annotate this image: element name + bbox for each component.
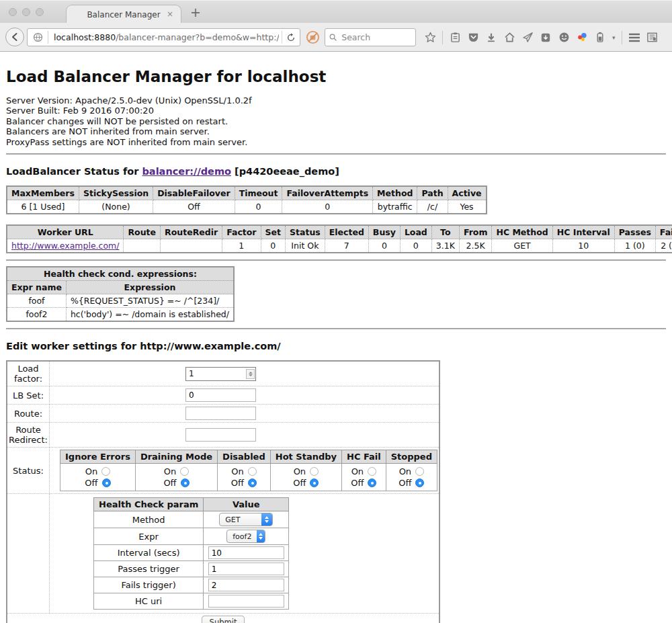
off-label: Off (231, 477, 244, 489)
radio-off-selected[interactable] (310, 479, 319, 487)
save-to-device-icon[interactable] (540, 32, 552, 44)
radio-off-selected[interactable] (181, 479, 190, 487)
server-built-line: Server Built: Feb 9 2016 07:00:20 (6, 106, 666, 116)
worker-url-link[interactable]: http://www.example.com/ (11, 241, 119, 251)
search-input[interactable] (340, 32, 411, 43)
col-load: Load (400, 225, 431, 239)
col-fails: Fails (655, 225, 672, 239)
overflow-caret-icon[interactable]: ▾ (612, 34, 616, 41)
table-row: http://www.example.com/ 1 0 Init Ok 7 0 … (7, 239, 672, 253)
radio-on[interactable] (310, 467, 319, 476)
battery-status-icon[interactable] (594, 32, 606, 44)
url-text[interactable]: localhost:8880/balancer-manager?b=demo&w… (54, 32, 279, 42)
interval-input[interactable] (208, 546, 284, 559)
cell-load: 0 (400, 239, 431, 253)
col-failoverattempts: FailoverAttempts (282, 186, 373, 200)
status-stopped-cell: On Off (386, 464, 437, 491)
method-select[interactable]: GET (219, 513, 273, 526)
pocket-icon[interactable] (467, 32, 479, 44)
reading-list-icon[interactable] (449, 32, 461, 44)
url-bar[interactable]: localhost:8880/balancer-manager?b=demo&w… (27, 28, 300, 46)
fails-input[interactable] (208, 579, 284, 591)
cell-status: Init Ok (286, 239, 325, 253)
toolbar-separator (622, 31, 622, 44)
window-minimize-button[interactable] (22, 8, 30, 16)
col-disablefailover: DisableFailover (153, 186, 235, 200)
hc-uri-label: HC uri (94, 593, 204, 610)
form-row-lb-set: LB Set: (7, 386, 439, 405)
health-row-fails: Fails trigger) (94, 577, 289, 593)
col-elected: Elected (325, 225, 368, 239)
col-passes: Passes (614, 225, 655, 239)
browser-tab-bar: Balancer Manager × + (0, 0, 672, 23)
tab-close-icon[interactable]: × (167, 9, 173, 19)
col-path: Path (417, 186, 448, 200)
bookmark-star-icon[interactable] (424, 32, 436, 44)
browser-tab[interactable]: Balancer Manager × (66, 5, 181, 24)
balancer-link[interactable]: balancer://demo (142, 166, 231, 177)
feedback-smiley-icon[interactable] (558, 32, 570, 44)
load-factor-value: 1 (189, 369, 194, 378)
route-redirect-input[interactable] (185, 428, 256, 442)
window-zoom-button[interactable] (36, 8, 44, 16)
form-row-route: Route: (7, 405, 439, 423)
load-factor-input[interactable]: 1 (185, 367, 256, 381)
home-icon[interactable] (503, 32, 515, 44)
expr-select[interactable]: foof2 (226, 530, 265, 543)
reload-button[interactable] (282, 31, 296, 44)
route-input[interactable] (185, 407, 256, 420)
divider (6, 153, 666, 155)
balancer-heading-suffix: [p4420eeae_demo] (231, 166, 339, 177)
col-timeout: Timeout (235, 186, 282, 200)
on-label: On (294, 466, 306, 477)
sidebar-panel-icon[interactable] (646, 32, 659, 44)
status-ignore-errors-cell: On Off (60, 464, 136, 491)
send-tab-icon[interactable] (521, 32, 534, 44)
health-check-param-table: Health Check param Value Method GET (93, 497, 289, 610)
lb-set-input[interactable] (185, 388, 256, 402)
off-label: Off (351, 477, 364, 489)
radio-on[interactable] (415, 467, 424, 476)
hc-uri-input[interactable] (208, 595, 284, 608)
radio-off-selected[interactable] (102, 479, 111, 487)
cell-expr-name: foof2 (7, 308, 66, 322)
table-row: foof %{REQUEST_STATUS} =~ /^[234]/ (7, 294, 234, 308)
col-factor: Factor (222, 225, 261, 239)
health-row-interval: Interval (secs) (94, 545, 289, 561)
radio-on[interactable] (180, 467, 189, 476)
multi-account-dots-icon[interactable] (576, 32, 588, 44)
new-tab-button[interactable]: + (190, 5, 201, 19)
window-close-button[interactable] (9, 8, 17, 16)
col-busy: Busy (368, 225, 400, 239)
page-title: Load Balancer Manager for localhost (6, 68, 666, 85)
passes-input[interactable] (208, 563, 284, 575)
search-bar[interactable] (325, 28, 416, 46)
menu-hamburger-icon[interactable] (628, 32, 640, 44)
radio-on[interactable] (248, 467, 257, 476)
col-maxmembers: MaxMembers (7, 186, 79, 200)
back-arrow-icon (10, 32, 19, 42)
col-routeredir: RouteRedir (161, 225, 222, 239)
cell-failoverattempts: 0 (282, 200, 373, 214)
method-selected-value: GET (220, 515, 245, 524)
content-blocked-icon[interactable] (306, 30, 320, 44)
cell-timeout: 0 (235, 200, 282, 214)
radio-on[interactable] (368, 467, 376, 476)
back-button[interactable] (5, 28, 24, 46)
worker-status-table: Worker URL Route RouteRedir Factor Set S… (6, 224, 672, 253)
cell-factor: 1 (222, 239, 261, 253)
number-spinner-icon[interactable] (246, 369, 255, 379)
radio-off-selected[interactable] (368, 479, 376, 487)
cell-expr-name: foof (7, 294, 66, 308)
health-expressions-table: Health check cond. expressions: Expr nam… (6, 266, 235, 322)
health-row-hc-uri: HC uri (94, 593, 289, 610)
submit-button[interactable]: Submit (202, 616, 245, 623)
expr-table-title: Health check cond. expressions: (7, 267, 234, 281)
status-disabled-cell: On Off (218, 464, 271, 491)
radio-off-selected[interactable] (248, 479, 257, 487)
col-ignore-errors: Ignore Errors (60, 450, 136, 464)
radio-on[interactable] (101, 467, 110, 476)
download-icon[interactable] (485, 32, 497, 44)
radio-off-selected[interactable] (415, 479, 424, 487)
form-row-load-factor: Load factor: 1 (7, 361, 439, 386)
